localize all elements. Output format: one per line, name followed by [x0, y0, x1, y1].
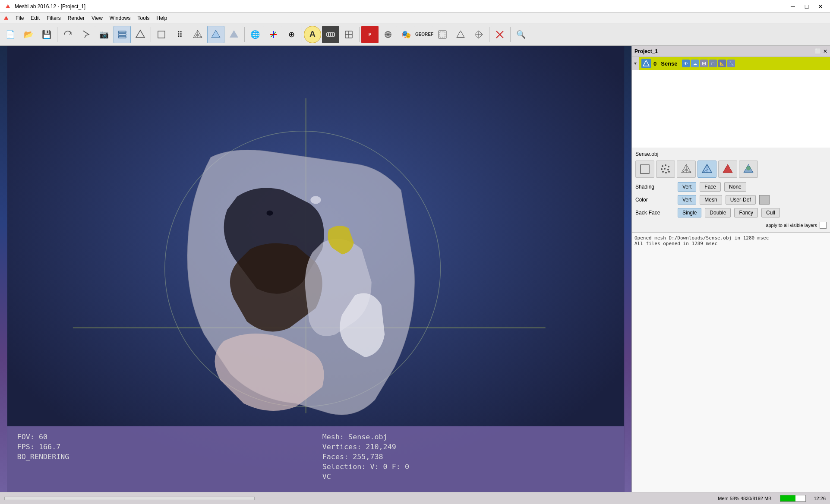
- render-flat-icon[interactable]: [718, 161, 737, 178]
- svg-text:VC: VC: [322, 472, 331, 481]
- svg-rect-29: [440, 32, 445, 37]
- tb-layers[interactable]: [114, 26, 131, 43]
- tb-wireframe[interactable]: [189, 26, 206, 43]
- svg-rect-4: [158, 31, 165, 38]
- minimize-button[interactable]: ─: [787, 2, 799, 11]
- toolbar-separator-1: [57, 27, 57, 42]
- tb-flat[interactable]: [225, 26, 243, 43]
- backface-double-button[interactable]: Double: [705, 208, 731, 217]
- render-points-icon[interactable]: [656, 161, 675, 178]
- tb-rotate[interactable]: [59, 26, 76, 43]
- menu-render[interactable]: Render: [64, 13, 88, 23]
- backface-cull-button[interactable]: Cull: [761, 208, 780, 217]
- layer-settings-icon[interactable]: ⊞: [700, 60, 708, 67]
- tb-delete[interactable]: [491, 26, 508, 43]
- tb-plugin-3[interactable]: 🎭: [398, 26, 415, 43]
- layer-measure-icon[interactable]: 📐: [718, 60, 726, 67]
- backface-label: Back-Face: [635, 210, 674, 216]
- shading-face-button[interactable]: Face: [700, 182, 721, 192]
- svg-text:Faces: 255,738: Faces: 255,738: [322, 452, 383, 461]
- viewport[interactable]: FOV: 60 FPS: 166.7 BO_RENDERING Mesh: Se…: [0, 46, 631, 492]
- color-row: Color Vert Mesh User-Def: [635, 195, 827, 205]
- tb-mesh[interactable]: [132, 26, 149, 43]
- svg-point-65: [668, 171, 670, 173]
- tb-points[interactable]: ⠿: [171, 26, 188, 43]
- svg-point-60: [661, 168, 663, 170]
- maximize-button[interactable]: □: [801, 2, 813, 11]
- tb-box[interactable]: [153, 26, 170, 43]
- tb-ortho[interactable]: ⊕: [283, 26, 300, 43]
- tb-open[interactable]: 📂: [20, 26, 37, 43]
- menu-windows[interactable]: Windows: [106, 13, 134, 23]
- properties-panel: Sense.obj: [632, 148, 830, 232]
- layer-content: [632, 70, 830, 148]
- menu-tools[interactable]: Tools: [134, 13, 153, 23]
- tb-new[interactable]: 📄: [2, 26, 19, 43]
- svg-point-44: [310, 196, 321, 204]
- svg-point-58: [665, 164, 666, 166]
- menu-edit[interactable]: Edit: [27, 13, 43, 23]
- shading-none-button[interactable]: None: [724, 182, 746, 192]
- tb-save[interactable]: 💾: [38, 26, 55, 43]
- tb-annotation[interactable]: A: [304, 26, 321, 43]
- console-area: Opened mesh D:/Downloads/Sense.obj in 12…: [632, 232, 830, 492]
- tb-measure-dark[interactable]: [322, 26, 339, 43]
- menu-view[interactable]: View: [88, 13, 106, 23]
- menu-file[interactable]: File: [12, 13, 27, 23]
- layer-cloud-icon[interactable]: ☁: [691, 60, 699, 67]
- color-swatch[interactable]: [759, 195, 770, 205]
- layer-box-icon[interactable]: □: [709, 60, 717, 67]
- tb-camera[interactable]: 📷: [95, 26, 113, 43]
- window-controls[interactable]: ─ □ ✕: [787, 2, 827, 11]
- tb-plugin-6[interactable]: [470, 26, 487, 43]
- tb-globe[interactable]: 🌐: [246, 26, 264, 43]
- color-vert-button[interactable]: Vert: [678, 195, 696, 205]
- layer-tool-icon[interactable]: 🔧: [727, 60, 735, 67]
- svg-line-32: [461, 31, 464, 38]
- tb-plugin-georef[interactable]: GEOREF: [416, 26, 433, 43]
- backface-single-button[interactable]: Single: [678, 208, 701, 217]
- backface-fancy-button[interactable]: Fancy: [734, 208, 758, 217]
- layer-eye-icon[interactable]: 👁: [682, 60, 690, 67]
- layer-mesh-icon: [641, 59, 651, 68]
- tb-plugin-1[interactable]: P: [361, 26, 379, 43]
- svg-text:Vertices: 210,249: Vertices: 210,249: [322, 442, 396, 451]
- backface-row: Back-Face Single Double Fancy Cull: [635, 208, 827, 217]
- tb-plugin-5[interactable]: [452, 26, 469, 43]
- tb-select[interactable]: [77, 26, 95, 43]
- toolbar-separator-3: [244, 27, 245, 42]
- svg-point-75: [746, 166, 751, 170]
- apply-checkbox[interactable]: [820, 222, 827, 229]
- svg-point-61: [664, 168, 666, 170]
- shading-vert-button[interactable]: Vert: [678, 182, 696, 192]
- render-fancy-icon[interactable]: [739, 161, 758, 178]
- menu-bar: 🔺 File Edit Filters Render View Windows …: [0, 13, 830, 23]
- svg-text:Selection: V: 0  F: 0: Selection: V: 0 F: 0: [322, 462, 409, 471]
- panel-close-icon[interactable]: ✕: [823, 48, 827, 54]
- shading-label: Shading: [635, 184, 674, 190]
- close-button[interactable]: ✕: [814, 2, 827, 11]
- panel-expand-icon[interactable]: ⬜: [815, 48, 821, 54]
- color-userdef-button[interactable]: User-Def: [726, 195, 756, 205]
- layer-expand-arrow[interactable]: [632, 57, 639, 70]
- tb-search[interactable]: 🔍: [512, 26, 530, 43]
- tb-align[interactable]: [340, 26, 357, 43]
- color-label: Color: [635, 197, 674, 203]
- color-mesh-button[interactable]: Mesh: [700, 195, 722, 205]
- tb-plugin-2[interactable]: [379, 26, 397, 43]
- render-flat-lines-icon[interactable]: [697, 161, 716, 178]
- menu-help[interactable]: Help: [153, 13, 171, 23]
- render-box-icon[interactable]: [635, 161, 654, 178]
- svg-marker-30: [457, 31, 464, 38]
- apply-row: apply to all visible layers: [635, 222, 827, 229]
- status-bar: Mem 58% 4830/8192 MB 12:26: [0, 492, 830, 504]
- tb-plugin-4[interactable]: [434, 26, 451, 43]
- layer-index: 0: [653, 60, 656, 67]
- svg-marker-3: [136, 30, 145, 38]
- svg-text:Mesh: Sense.obj: Mesh: Sense.obj: [322, 432, 388, 441]
- tb-flat-lines[interactable]: [207, 26, 224, 43]
- tb-axes[interactable]: [265, 26, 282, 43]
- svg-marker-10: [230, 30, 238, 38]
- render-wireframe-icon[interactable]: [677, 161, 696, 178]
- menu-filters[interactable]: Filters: [43, 13, 64, 23]
